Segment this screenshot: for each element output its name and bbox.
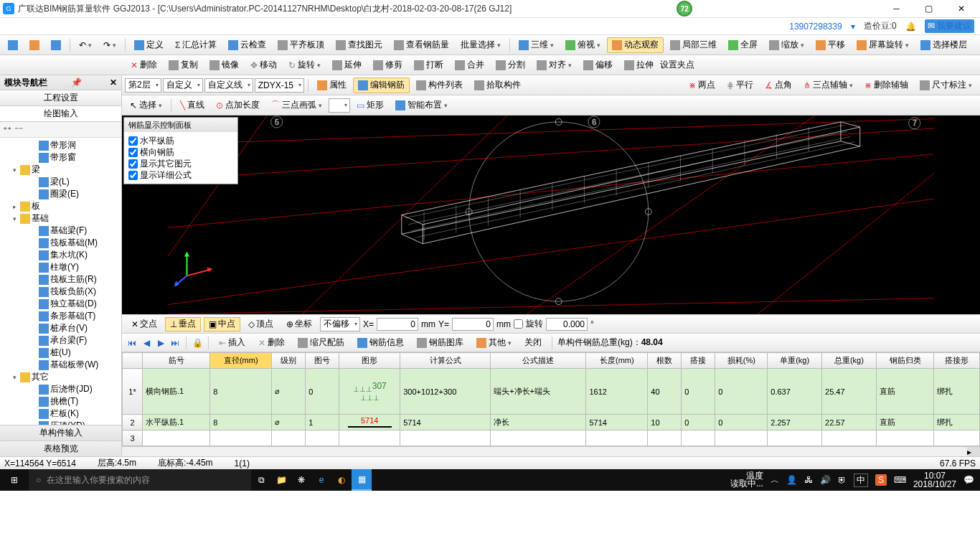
col-header[interactable]: 单重(kg) [768,353,822,369]
new-button[interactable] [3,37,23,53]
mirror-button[interactable]: 镜像 [204,57,244,73]
col-header[interactable]: 图形 [339,353,400,369]
flat-top-button[interactable]: 平齐板顶 [273,37,329,53]
panel-check[interactable]: 水平纵筋 [128,135,233,146]
panel-check[interactable]: 显示详细公式 [128,169,233,181]
cell[interactable]: 2.257 [768,415,822,430]
taskbar-search[interactable]: ○ 在这里输入你要搜索的内容 [29,469,251,491]
col-header[interactable]: 总重(kg) [822,353,877,369]
nav-next[interactable]: ▶ [155,337,166,349]
local-3d-button[interactable]: 局部三维 [665,37,722,53]
nav-lock[interactable]: 🔒 [192,337,203,349]
tab-table-preview[interactable]: 表格预览 [0,441,121,456]
pick-button[interactable]: 拾取构件 [469,77,526,93]
close-editor-button[interactable]: 关闭 [519,335,547,351]
cell[interactable]: 绑扎 [934,415,980,430]
col-header[interactable]: 损耗(%) [715,353,768,369]
rect-button[interactable]: ▭矩形 [352,98,389,113]
viewport[interactable]: 5 6 7 [122,116,980,314]
insert-row-button[interactable]: ⇤插入 [214,335,250,351]
minimize-button[interactable]: ─ [880,1,913,17]
merge-button[interactable]: 合并 [450,57,489,73]
find-element-button[interactable]: 查找图元 [331,37,387,53]
cell[interactable] [715,430,768,446]
cell[interactable]: 8 [210,369,272,415]
undo-button[interactable]: ↶▾ [74,37,97,53]
customline-combo[interactable]: 自定义线 [204,78,253,93]
arc-opt-combo[interactable] [329,98,350,113]
pan-button[interactable]: 平移 [811,37,850,53]
col-header[interactable]: 根数 [648,353,682,369]
rebar-info-button[interactable]: 钢筋信息 [352,335,409,351]
tree-item[interactable]: 筏板主筋(R) [1,273,120,286]
cell[interactable]: ⌀ [272,415,306,430]
cell[interactable]: 300+1012+300 [400,369,491,415]
expand-icon[interactable]: ⁺⁺ [3,125,11,135]
aux3-button[interactable]: ⋔三点辅轴▾ [798,77,858,93]
nav-prev[interactable]: ◀ [141,337,152,349]
col-header[interactable]: 筋号 [143,353,210,369]
cell[interactable]: ⌀ [272,369,306,415]
fullscreen-button[interactable]: 全屏 [723,37,763,53]
trim-button[interactable]: 修剪 [368,57,407,73]
select-button[interactable]: ↖选择▾ [125,98,167,113]
cell[interactable]: 22.57 [822,415,877,430]
cell[interactable] [876,430,933,446]
cell[interactable] [648,430,682,446]
move-button[interactable]: ✥移动 [245,57,282,73]
start-button[interactable]: ⊞ [0,469,29,491]
layer-combo[interactable]: 第2层 [125,78,161,93]
zoom-button[interactable]: 缩放▾ [764,37,809,53]
stretch-button[interactable]: 拉伸 [619,57,659,73]
tray-sogou-icon[interactable]: S [875,474,887,486]
addlen-button[interactable]: ⊙点加长度 [211,98,265,113]
cell[interactable]: 绑扎 [934,369,980,415]
cell[interactable] [586,430,648,446]
rebar-display-panel[interactable]: 钢筋显示控制面板 水平纵筋 横向钢筋 显示其它图元 显示详细公式 [123,117,238,184]
arc3-button[interactable]: ⌒三点画弧▾ [266,98,327,113]
rotate-check[interactable] [514,319,523,329]
snap-vert[interactable]: ⊥ 垂点 [165,317,201,331]
two-point-button[interactable]: ⋇两点 [684,77,720,93]
task-ggj-icon[interactable]: ▦ [352,469,372,491]
cell[interactable] [306,430,339,446]
open-button[interactable] [24,37,44,53]
cell[interactable]: 5714 [400,415,491,430]
cloud-check-button[interactable]: 云检查 [223,37,271,53]
tree-item[interactable]: 桩承台(V) [1,322,120,334]
offset-button[interactable]: 偏移 [578,57,618,73]
cell[interactable] [400,430,491,446]
y-input[interactable] [452,318,494,331]
col-header[interactable] [123,353,143,369]
tree-item[interactable]: 圈梁(E) [1,188,120,200]
tab-project-settings[interactable]: 工程设置 [0,90,121,106]
tray-up-icon[interactable]: ︿ [771,474,779,486]
view-rebar-button[interactable]: 查看钢筋量 [389,37,454,53]
cell[interactable]: 0 [715,415,768,430]
cell[interactable]: 0 [306,369,339,415]
delete-button[interactable]: ✕删除 [126,57,162,73]
close-button[interactable]: ✕ [945,1,977,17]
viewport-canvas[interactable]: 5 6 7 [122,116,980,314]
delete-row-button[interactable]: ✕删除 [253,335,290,351]
tree-item[interactable]: 带形窗 [1,151,120,164]
cell[interactable] [768,430,822,446]
snap-cross[interactable]: ✕ 交点 [126,317,162,331]
tab-component-input[interactable]: 单构件输入 [0,425,121,441]
panel-check[interactable]: 横向钢筋 [128,146,233,158]
tree-item[interactable]: 筏板负筋(X) [1,286,120,298]
cell[interactable]: 40 [648,369,682,415]
task-folder-icon[interactable]: 📁 [271,469,291,491]
save-button[interactable] [46,37,66,53]
nav-first[interactable]: ⏮ [126,337,138,349]
cell[interactable] [491,430,586,446]
tray-notif-icon[interactable]: 💬 [963,475,974,485]
cell[interactable]: 3 [123,430,143,446]
tree-item[interactable]: 栏板(K) [1,408,120,420]
snap-top[interactable]: ◇ 顶点 [243,317,278,331]
cell[interactable] [272,430,306,446]
col-header[interactable]: 图号 [306,353,339,369]
col-header[interactable]: 搭接 [682,353,715,369]
cell[interactable] [143,430,210,446]
cell[interactable] [210,430,272,446]
